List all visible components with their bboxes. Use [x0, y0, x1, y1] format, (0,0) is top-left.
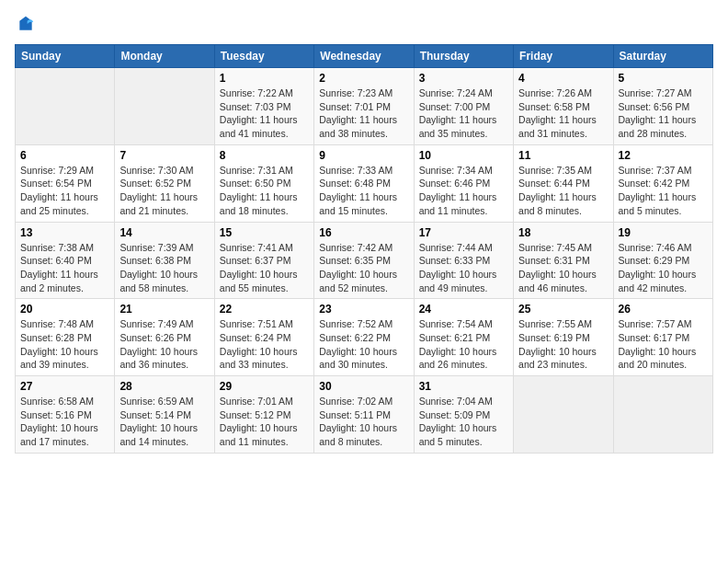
day-info: Sunrise: 7:35 AMSunset: 6:44 PMDaylight:… [518, 164, 608, 218]
day-info: Sunrise: 7:30 AMSunset: 6:52 PMDaylight:… [119, 164, 209, 218]
calendar-cell: 9Sunrise: 7:33 AMSunset: 6:48 PMDaylight… [314, 144, 414, 222]
day-number: 11 [518, 149, 608, 162]
day-info: Sunrise: 7:46 AMSunset: 6:29 PMDaylight:… [619, 241, 708, 295]
calendar-cell: 16Sunrise: 7:42 AMSunset: 6:35 PMDayligh… [314, 222, 414, 299]
day-number: 14 [119, 226, 209, 239]
day-number: 2 [319, 72, 408, 85]
calendar-cell: 27Sunrise: 6:58 AMSunset: 5:16 PMDayligh… [16, 376, 115, 454]
day-number: 8 [220, 149, 309, 162]
calendar-cell: 19Sunrise: 7:46 AMSunset: 6:29 PMDayligh… [613, 222, 712, 299]
calendar-cell: 3Sunrise: 7:24 AMSunset: 7:00 PMDaylight… [414, 68, 513, 145]
calendar-cell: 14Sunrise: 7:39 AMSunset: 6:38 PMDayligh… [115, 222, 214, 299]
day-info: Sunrise: 7:27 AMSunset: 6:56 PMDaylight:… [619, 86, 708, 141]
day-number: 1 [220, 72, 309, 85]
calendar-header-friday: Friday [514, 45, 613, 68]
calendar-cell: 8Sunrise: 7:31 AMSunset: 6:50 PMDaylight… [214, 144, 313, 222]
calendar-cell: 25Sunrise: 7:55 AMSunset: 6:19 PMDayligh… [514, 299, 613, 376]
day-number: 16 [319, 226, 408, 239]
calendar-header-monday: Monday [115, 45, 214, 68]
day-info: Sunrise: 7:04 AMSunset: 5:09 PMDaylight:… [419, 395, 508, 449]
page-header [15, 15, 713, 33]
calendar-table: SundayMondayTuesdayWednesdayThursdayFrid… [15, 44, 713, 454]
day-number: 25 [518, 303, 608, 316]
day-number: 28 [119, 380, 209, 393]
day-number: 10 [419, 149, 508, 162]
calendar-header-thursday: Thursday [414, 45, 513, 68]
calendar-header-saturday: Saturday [613, 45, 712, 68]
day-info: Sunrise: 7:42 AMSunset: 6:35 PMDaylight:… [319, 241, 408, 295]
calendar-header-wednesday: Wednesday [314, 45, 414, 68]
calendar-week-row: 13Sunrise: 7:38 AMSunset: 6:40 PMDayligh… [16, 222, 713, 299]
day-info: Sunrise: 7:54 AMSunset: 6:21 PMDaylight:… [419, 317, 508, 372]
calendar-cell: 22Sunrise: 7:51 AMSunset: 6:24 PMDayligh… [214, 299, 313, 376]
calendar-cell: 31Sunrise: 7:04 AMSunset: 5:09 PMDayligh… [414, 376, 513, 454]
calendar-cell: 12Sunrise: 7:37 AMSunset: 6:42 PMDayligh… [613, 144, 712, 222]
day-info: Sunrise: 7:26 AMSunset: 6:58 PMDaylight:… [518, 86, 608, 141]
day-info: Sunrise: 7:45 AMSunset: 6:31 PMDaylight:… [518, 241, 608, 295]
day-number: 12 [619, 149, 708, 162]
calendar-cell: 4Sunrise: 7:26 AMSunset: 6:58 PMDaylight… [514, 68, 613, 145]
day-info: Sunrise: 7:24 AMSunset: 7:00 PMDaylight:… [419, 86, 508, 141]
day-number: 23 [319, 303, 408, 316]
calendar-cell: 21Sunrise: 7:49 AMSunset: 6:26 PMDayligh… [115, 299, 214, 376]
day-info: Sunrise: 6:59 AMSunset: 5:14 PMDaylight:… [119, 395, 209, 449]
day-info: Sunrise: 7:02 AMSunset: 5:11 PMDaylight:… [319, 395, 408, 449]
day-info: Sunrise: 7:37 AMSunset: 6:42 PMDaylight:… [619, 164, 708, 218]
day-info: Sunrise: 7:23 AMSunset: 7:01 PMDaylight:… [319, 86, 408, 141]
calendar-week-row: 6Sunrise: 7:29 AMSunset: 6:54 PMDaylight… [16, 144, 713, 222]
day-number: 20 [20, 303, 109, 316]
day-info: Sunrise: 7:49 AMSunset: 6:26 PMDaylight:… [119, 317, 209, 372]
calendar-week-row: 27Sunrise: 6:58 AMSunset: 5:16 PMDayligh… [16, 376, 713, 454]
day-info: Sunrise: 7:29 AMSunset: 6:54 PMDaylight:… [20, 164, 109, 218]
day-info: Sunrise: 7:31 AMSunset: 6:50 PMDaylight:… [220, 164, 309, 218]
calendar-cell: 15Sunrise: 7:41 AMSunset: 6:37 PMDayligh… [214, 222, 313, 299]
calendar-cell: 29Sunrise: 7:01 AMSunset: 5:12 PMDayligh… [214, 376, 313, 454]
day-info: Sunrise: 7:33 AMSunset: 6:48 PMDaylight:… [319, 164, 408, 218]
calendar-cell: 20Sunrise: 7:48 AMSunset: 6:28 PMDayligh… [16, 299, 115, 376]
calendar-cell [613, 376, 712, 454]
calendar-cell: 10Sunrise: 7:34 AMSunset: 6:46 PMDayligh… [414, 144, 513, 222]
day-number: 31 [419, 380, 508, 393]
calendar-cell: 26Sunrise: 7:57 AMSunset: 6:17 PMDayligh… [613, 299, 712, 376]
calendar-header-row: SundayMondayTuesdayWednesdayThursdayFrid… [16, 45, 713, 68]
day-info: Sunrise: 7:44 AMSunset: 6:33 PMDaylight:… [419, 241, 508, 295]
calendar-cell: 28Sunrise: 6:59 AMSunset: 5:14 PMDayligh… [115, 376, 214, 454]
calendar-cell: 11Sunrise: 7:35 AMSunset: 6:44 PMDayligh… [514, 144, 613, 222]
day-info: Sunrise: 7:55 AMSunset: 6:19 PMDaylight:… [518, 317, 608, 372]
day-info: Sunrise: 7:34 AMSunset: 6:46 PMDaylight:… [419, 164, 508, 218]
day-number: 19 [619, 226, 708, 239]
calendar-cell: 2Sunrise: 7:23 AMSunset: 7:01 PMDaylight… [314, 68, 414, 145]
calendar-cell: 30Sunrise: 7:02 AMSunset: 5:11 PMDayligh… [314, 376, 414, 454]
day-info: Sunrise: 7:01 AMSunset: 5:12 PMDaylight:… [220, 395, 309, 449]
calendar-header-sunday: Sunday [16, 45, 115, 68]
day-number: 24 [419, 303, 508, 316]
day-info: Sunrise: 7:39 AMSunset: 6:38 PMDaylight:… [119, 241, 209, 295]
day-info: Sunrise: 7:38 AMSunset: 6:40 PMDaylight:… [20, 241, 109, 295]
day-number: 9 [319, 149, 408, 162]
logo [15, 15, 37, 33]
day-info: Sunrise: 7:41 AMSunset: 6:37 PMDaylight:… [220, 241, 309, 295]
day-number: 21 [119, 303, 209, 316]
calendar-cell [514, 376, 613, 454]
calendar-cell: 18Sunrise: 7:45 AMSunset: 6:31 PMDayligh… [514, 222, 613, 299]
calendar-cell: 1Sunrise: 7:22 AMSunset: 7:03 PMDaylight… [214, 68, 313, 145]
calendar-week-row: 20Sunrise: 7:48 AMSunset: 6:28 PMDayligh… [16, 299, 713, 376]
day-number: 4 [518, 72, 608, 85]
calendar-cell: 7Sunrise: 7:30 AMSunset: 6:52 PMDaylight… [115, 144, 214, 222]
calendar-week-row: 1Sunrise: 7:22 AMSunset: 7:03 PMDaylight… [16, 68, 713, 145]
day-number: 17 [419, 226, 508, 239]
day-info: Sunrise: 7:51 AMSunset: 6:24 PMDaylight:… [220, 317, 309, 372]
day-number: 30 [319, 380, 408, 393]
calendar-cell: 17Sunrise: 7:44 AMSunset: 6:33 PMDayligh… [414, 222, 513, 299]
calendar-cell: 13Sunrise: 7:38 AMSunset: 6:40 PMDayligh… [16, 222, 115, 299]
day-number: 5 [619, 72, 708, 85]
day-number: 6 [20, 149, 109, 162]
logo-icon [17, 15, 35, 33]
day-info: Sunrise: 7:57 AMSunset: 6:17 PMDaylight:… [619, 317, 708, 372]
day-number: 18 [518, 226, 608, 239]
day-number: 15 [220, 226, 309, 239]
day-info: Sunrise: 6:58 AMSunset: 5:16 PMDaylight:… [20, 395, 109, 449]
calendar-header-tuesday: Tuesday [214, 45, 313, 68]
calendar-cell [16, 68, 115, 145]
calendar-cell: 24Sunrise: 7:54 AMSunset: 6:21 PMDayligh… [414, 299, 513, 376]
